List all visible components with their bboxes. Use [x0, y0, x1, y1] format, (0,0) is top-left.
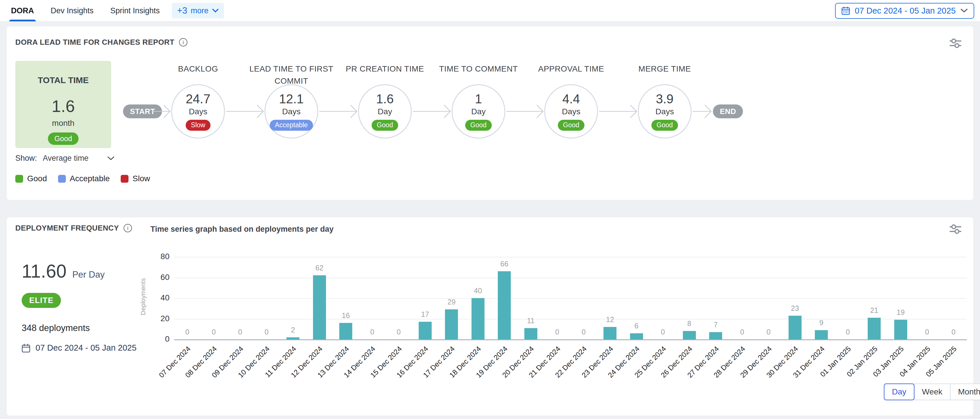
legend: GoodAcceptableSlow — [15, 174, 150, 183]
y-axis-tick: 20 — [156, 314, 170, 323]
legend-label: Acceptable — [70, 174, 110, 183]
bar-value-label: 0 — [200, 328, 227, 336]
gridline — [174, 298, 967, 299]
gridline — [174, 278, 967, 278]
status-badge: Slow — [186, 120, 210, 131]
bar-value-label: 7 — [703, 321, 729, 329]
bar-value-label: 12 — [597, 316, 624, 324]
stage-title: PR CREATION TIME — [336, 63, 434, 75]
stage-circle: 3.9DaysGood — [638, 84, 692, 138]
tab-sprint-insights[interactable]: Sprint Insights — [110, 0, 160, 21]
y-axis-title: Deployments — [140, 272, 147, 321]
bar-value-label: 23 — [782, 304, 808, 313]
lead-time-card: DORA LEAD TIME FOR CHANGES REPORT TOTAL … — [6, 26, 974, 200]
status-badge: Good — [372, 120, 398, 131]
calendar-icon — [22, 343, 30, 352]
more-tabs-button[interactable]: +3 more — [172, 3, 224, 19]
bar — [445, 309, 458, 340]
deployment-title: DEPLOYMENT FREQUENCY — [15, 224, 119, 233]
gridline — [174, 319, 967, 319]
deployment-header: DEPLOYMENT FREQUENCY — [15, 224, 132, 233]
bar — [868, 318, 881, 340]
legend-label: Good — [27, 174, 47, 183]
bar-value-label: 0 — [834, 328, 861, 336]
toggle-month[interactable]: Month — [950, 384, 980, 400]
show-dropdown[interactable]: Average time — [43, 154, 115, 163]
stage-value: 12.1 — [279, 92, 304, 106]
stage-title: MERGE TIME — [616, 63, 714, 75]
deployment-rate: 11.60 Per Day — [22, 260, 105, 282]
bar — [419, 322, 432, 340]
nav-tabs: DORADev InsightsSprint Insights — [11, 0, 160, 21]
bar-value-label: 9 — [808, 319, 835, 327]
stage-unit: Days — [189, 107, 207, 116]
bar — [498, 271, 511, 340]
bar-value-label: 0 — [174, 328, 200, 336]
tab-dev-insights[interactable]: Dev Insights — [51, 0, 94, 21]
rate-unit: Per Day — [72, 270, 105, 280]
stage-value: 4.4 — [562, 92, 580, 106]
toggle-week[interactable]: Week — [914, 384, 951, 400]
tab-dora[interactable]: DORA — [11, 0, 34, 21]
bar-value-label: 40 — [465, 287, 491, 295]
chevron-down-icon — [960, 8, 968, 13]
bar — [313, 275, 326, 340]
bar-value-label: 0 — [570, 328, 597, 336]
stage-value: 3.9 — [656, 92, 673, 106]
bar-value-label: 0 — [914, 328, 940, 336]
date-range-button[interactable]: 07 Dec 2024 - 05 Jan 2025 — [835, 3, 974, 19]
bar-value-label: 2 — [280, 326, 306, 334]
stage-unit: Days — [282, 107, 301, 116]
stage-circle: 4.4DaysGood — [544, 84, 598, 138]
stage-circle: 24.7DaysSlow — [171, 84, 225, 138]
bar-value-label: 19 — [887, 308, 914, 317]
flow-arrow — [319, 103, 358, 119]
stage-title: APPROVAL TIME — [522, 63, 620, 75]
elite-badge: ELITE — [22, 293, 61, 308]
y-axis-tick: 60 — [156, 273, 170, 282]
bar-value-label: 11 — [517, 317, 544, 325]
bar-value-label: 0 — [756, 328, 782, 336]
legend-swatch — [15, 175, 23, 183]
stage-value: 1 — [475, 92, 482, 106]
bar-value-label: 0 — [253, 328, 280, 336]
deployment-date-range: 07 Dec 2024 - 05 Jan 2025 — [22, 343, 137, 352]
stage-unit: Days — [655, 107, 674, 116]
granularity-toggle: DayWeekMonth — [885, 384, 980, 400]
stage-circle: 1DayGood — [452, 84, 505, 138]
date-range-text: 07 Dec 2024 - 05 Jan 2025 — [855, 6, 956, 16]
y-axis-tick: 40 — [156, 293, 170, 302]
bar-value-label: 0 — [385, 328, 412, 336]
bar — [789, 316, 802, 340]
info-icon[interactable] — [124, 224, 132, 232]
bar-value-label: 0 — [650, 328, 676, 336]
show-label: Show: — [15, 154, 37, 163]
bar-value-label: 0 — [359, 328, 385, 336]
filter-icon[interactable] — [949, 223, 962, 236]
flow-arrow — [599, 103, 637, 119]
bar-value-label: 62 — [306, 264, 332, 272]
bar — [709, 332, 722, 340]
y-axis-tick: 80 — [156, 252, 170, 261]
legend-swatch — [121, 175, 129, 183]
deployment-date-range-text: 07 Dec 2024 - 05 Jan 2025 — [35, 343, 137, 352]
bar — [603, 327, 616, 340]
stage-unit: Days — [562, 107, 581, 116]
legend-item: Good — [15, 174, 47, 183]
rate-value: 11.60 — [22, 260, 67, 282]
stage-circle: 1.6DayGood — [358, 84, 412, 138]
legend-swatch — [58, 175, 66, 183]
status-badge: Good — [558, 120, 584, 131]
bar-value-label: 17 — [412, 310, 438, 319]
show-row: Show: Average time — [15, 154, 115, 163]
toggle-day[interactable]: Day — [884, 384, 915, 400]
top-nav: DORADev InsightsSprint Insights +3 more … — [0, 0, 980, 22]
bar — [339, 323, 352, 340]
bar — [815, 330, 828, 340]
legend-label: Slow — [132, 174, 150, 183]
stage-value: 24.7 — [186, 92, 210, 106]
deployments-total: 348 deployments — [22, 323, 90, 333]
chart-subtitle: Time series graph based on deployments p… — [150, 225, 334, 234]
lead-time-flow: STARTENDBACKLOG24.7DaysSlowLEAD TIME TO … — [6, 26, 974, 200]
bar-value-label: 29 — [438, 298, 465, 306]
